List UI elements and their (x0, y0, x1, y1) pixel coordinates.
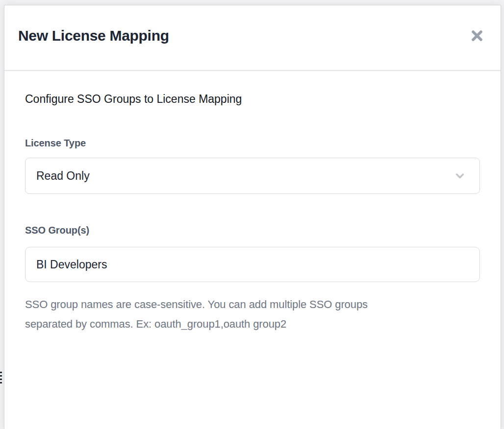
license-type-select[interactable]: Read Only (25, 158, 480, 194)
license-type-label: License Type (25, 137, 480, 149)
modal-body: Configure SSO Groups to License Mapping … (4, 92, 501, 334)
intro-text: Configure SSO Groups to License Mapping (25, 92, 480, 106)
sso-groups-help-text: SSO group names are case-sensitive. You … (25, 295, 480, 334)
sso-groups-input[interactable] (25, 247, 480, 282)
modal-title: New License Mapping (18, 26, 169, 46)
close-icon (470, 28, 484, 43)
background-list-icon-fragment (0, 379, 2, 380)
background-list-icon-fragment (0, 382, 2, 383)
background-list-icon-fragment (0, 375, 2, 377)
background-list-icon-fragment (0, 372, 2, 373)
help-text-line: separated by commas. Ex: oauth_group1,oa… (25, 314, 480, 334)
close-button[interactable] (468, 27, 486, 45)
chevron-down-icon (453, 169, 467, 183)
license-type-selected-value: Read Only (36, 169, 90, 183)
page-behind-fragment (0, 0, 4, 429)
modal-header: New License Mapping (4, 5, 501, 71)
sso-groups-label: SSO Group(s) (25, 224, 480, 237)
new-license-mapping-modal: New License Mapping Configure SSO Groups… (4, 5, 501, 429)
help-text-line: SSO group names are case-sensitive. You … (25, 295, 480, 314)
